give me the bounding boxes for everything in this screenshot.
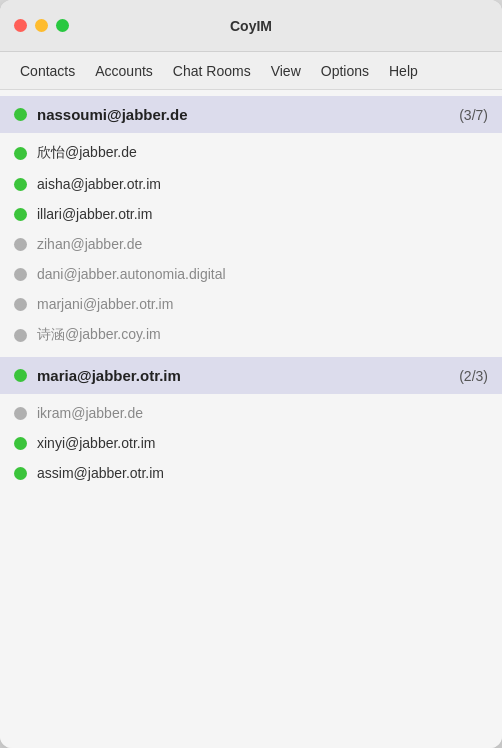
titlebar: CoyIM [0, 0, 502, 52]
menu-item-view[interactable]: View [261, 59, 311, 83]
minimize-button[interactable] [35, 19, 48, 32]
maximize-button[interactable] [56, 19, 69, 32]
contact-name: illari@jabber.otr.im [37, 206, 152, 222]
close-button[interactable] [14, 19, 27, 32]
contact-item[interactable]: illari@jabber.otr.im [0, 199, 502, 229]
account-header-left: maria@jabber.otr.im [14, 367, 181, 384]
contact-status-dot [14, 208, 27, 221]
contact-name: marjani@jabber.otr.im [37, 296, 173, 312]
status-dot [14, 369, 27, 382]
contact-name: zihan@jabber.de [37, 236, 142, 252]
traffic-lights [14, 19, 69, 32]
app-window: CoyIM ContactsAccountsChat RoomsViewOpti… [0, 0, 502, 748]
menu-item-contacts[interactable]: Contacts [10, 59, 85, 83]
contact-status-dot [14, 238, 27, 251]
contact-name: dani@jabber.autonomia.digital [37, 266, 226, 282]
contact-item[interactable]: 诗涵@jabber.coy.im [0, 319, 502, 351]
contact-item[interactable]: marjani@jabber.otr.im [0, 289, 502, 319]
account-count: (2/3) [459, 368, 488, 384]
contact-status-dot [14, 268, 27, 281]
contact-status-dot [14, 147, 27, 160]
window-title: CoyIM [230, 18, 272, 34]
contact-status-dot [14, 437, 27, 450]
contact-item[interactable]: zihan@jabber.de [0, 229, 502, 259]
status-dot [14, 108, 27, 121]
menu-item-chat-rooms[interactable]: Chat Rooms [163, 59, 261, 83]
contact-item[interactable]: assim@jabber.otr.im [0, 458, 502, 488]
account-header-account-1[interactable]: nassoumi@jabber.de(3/7) [0, 96, 502, 133]
contact-name: 诗涵@jabber.coy.im [37, 326, 161, 344]
account-header-left: nassoumi@jabber.de [14, 106, 188, 123]
contact-item[interactable]: 欣怡@jabber.de [0, 137, 502, 169]
section-contacts: ikram@jabber.dexinyi@jabber.otr.imassim@… [0, 396, 502, 490]
contact-status-dot [14, 467, 27, 480]
account-name: maria@jabber.otr.im [37, 367, 181, 384]
menubar: ContactsAccountsChat RoomsViewOptionsHel… [0, 52, 502, 90]
account-header-account-2[interactable]: maria@jabber.otr.im(2/3) [0, 357, 502, 394]
menu-item-help[interactable]: Help [379, 59, 428, 83]
contact-name: aisha@jabber.otr.im [37, 176, 161, 192]
contact-item[interactable]: ikram@jabber.de [0, 398, 502, 428]
contact-name: 欣怡@jabber.de [37, 144, 137, 162]
account-count: (3/7) [459, 107, 488, 123]
contact-name: xinyi@jabber.otr.im [37, 435, 155, 451]
contact-name: ikram@jabber.de [37, 405, 143, 421]
contact-item[interactable]: xinyi@jabber.otr.im [0, 428, 502, 458]
contact-status-dot [14, 329, 27, 342]
contact-item[interactable]: aisha@jabber.otr.im [0, 169, 502, 199]
contact-name: assim@jabber.otr.im [37, 465, 164, 481]
account-section-account-2: maria@jabber.otr.im(2/3)ikram@jabber.dex… [0, 357, 502, 490]
account-name: nassoumi@jabber.de [37, 106, 188, 123]
menu-item-options[interactable]: Options [311, 59, 379, 83]
contact-status-dot [14, 178, 27, 191]
section-contacts: 欣怡@jabber.deaisha@jabber.otr.imillari@ja… [0, 135, 502, 353]
contact-status-dot [14, 298, 27, 311]
menu-item-accounts[interactable]: Accounts [85, 59, 163, 83]
contact-status-dot [14, 407, 27, 420]
account-section-account-1: nassoumi@jabber.de(3/7)欣怡@jabber.deaisha… [0, 96, 502, 353]
contact-list: nassoumi@jabber.de(3/7)欣怡@jabber.deaisha… [0, 90, 502, 748]
contact-item[interactable]: dani@jabber.autonomia.digital [0, 259, 502, 289]
